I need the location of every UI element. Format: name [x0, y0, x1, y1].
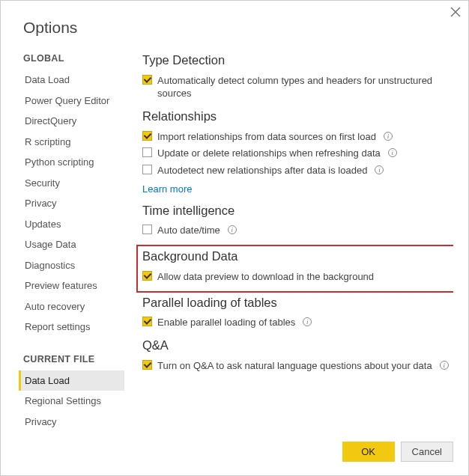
- dialog-title: Options: [1, 1, 468, 49]
- info-icon[interactable]: i: [384, 132, 393, 141]
- sidebar-item-current[interactable]: Regional Settings: [23, 391, 124, 412]
- option-label: Autodetect new relationships after data …: [157, 164, 367, 177]
- checkbox[interactable]: [142, 147, 152, 157]
- sidebar-item-global[interactable]: Power Query Editor: [23, 91, 124, 112]
- sidebar-item-global[interactable]: Python scripting: [23, 152, 124, 173]
- option-auto-detect-types[interactable]: Automatically detect column types and he…: [142, 72, 453, 102]
- sidebar-item-current[interactable]: Data Load: [19, 370, 124, 391]
- learn-more-link[interactable]: Learn more: [142, 179, 453, 196]
- option-qa-enable[interactable]: Turn on Q&A to ask natural language ques…: [142, 357, 453, 374]
- sidebar-item-global[interactable]: Data Load: [23, 70, 124, 91]
- option-label: Auto date/time: [157, 224, 220, 237]
- info-icon[interactable]: i: [375, 165, 384, 174]
- section-parallel-title: Parallel loading of tables: [142, 296, 453, 310]
- sidebar-header-global: GLOBAL: [23, 53, 124, 64]
- checkbox[interactable]: [142, 131, 152, 141]
- main-panel: Type Detection Automatically detect colu…: [124, 49, 453, 433]
- close-button[interactable]: [450, 7, 461, 17]
- section-relationships-title: Relationships: [142, 109, 453, 123]
- info-icon[interactable]: i: [228, 225, 237, 234]
- close-icon: [450, 7, 461, 17]
- option-auto-datetime[interactable]: Auto date/time i: [142, 222, 453, 239]
- info-icon[interactable]: i: [440, 361, 449, 370]
- option-label: Turn on Q&A to ask natural language ques…: [157, 359, 432, 373]
- checkbox[interactable]: [142, 317, 152, 326]
- sidebar-item-global[interactable]: Auto recovery: [23, 296, 124, 317]
- sidebar-item-global[interactable]: Usage Data: [23, 234, 124, 255]
- option-autodetect-relationships[interactable]: Autodetect new relationships after data …: [142, 162, 453, 179]
- option-update-relationships[interactable]: Update or delete relationships when refr…: [142, 145, 453, 162]
- sidebar-item-global[interactable]: Preview features: [23, 275, 124, 296]
- section-qa-title: Q&A: [142, 338, 453, 353]
- sidebar-item-global[interactable]: R scripting: [23, 132, 124, 153]
- option-import-relationships[interactable]: Import relationships from data sources o…: [142, 128, 453, 145]
- option-background-preview[interactable]: Allow data preview to download in the ba…: [142, 268, 447, 285]
- options-dialog: Options GLOBAL Data LoadPower Query Edit…: [0, 0, 469, 476]
- sidebar-item-global[interactable]: Diagnostics: [23, 255, 124, 276]
- option-label: Import relationships from data sources o…: [157, 130, 376, 144]
- checkbox[interactable]: [142, 271, 152, 281]
- sidebar-item-global[interactable]: DirectQuery: [23, 111, 124, 132]
- ok-button[interactable]: OK: [342, 442, 395, 462]
- dialog-body: GLOBAL Data LoadPower Query EditorDirect…: [1, 49, 468, 433]
- sidebar-item-current[interactable]: Privacy: [23, 412, 124, 433]
- option-label: Enable parallel loading of tables: [157, 316, 295, 329]
- option-parallel-loading[interactable]: Enable parallel loading of tables i: [142, 314, 453, 332]
- highlight-box: Background Data Allow data preview to do…: [136, 245, 453, 293]
- sidebar: GLOBAL Data LoadPower Query EditorDirect…: [23, 49, 124, 433]
- option-label: Update or delete relationships when refr…: [157, 147, 381, 160]
- checkbox[interactable]: [142, 360, 152, 370]
- sidebar-item-global[interactable]: Privacy: [23, 193, 124, 214]
- checkbox[interactable]: [142, 165, 152, 174]
- checkbox[interactable]: [142, 225, 152, 234]
- sidebar-item-global[interactable]: Report settings: [23, 317, 124, 338]
- info-icon[interactable]: i: [303, 317, 312, 326]
- section-background-data-title: Background Data: [142, 249, 447, 263]
- sidebar-item-global[interactable]: Security: [23, 173, 124, 194]
- option-label: Automatically detect column types and he…: [157, 74, 453, 100]
- option-label: Allow data preview to download in the ba…: [157, 270, 374, 284]
- checkbox[interactable]: [142, 75, 152, 85]
- sidebar-item-global[interactable]: Updates: [23, 214, 124, 235]
- sidebar-header-current: CURRENT FILE: [23, 354, 124, 364]
- section-type-detection-title: Type Detection: [142, 53, 453, 67]
- dialog-footer: OK Cancel: [1, 433, 468, 475]
- info-icon[interactable]: i: [388, 148, 397, 157]
- cancel-button[interactable]: Cancel: [401, 442, 453, 462]
- section-time-intel-title: Time intelligence: [142, 204, 453, 218]
